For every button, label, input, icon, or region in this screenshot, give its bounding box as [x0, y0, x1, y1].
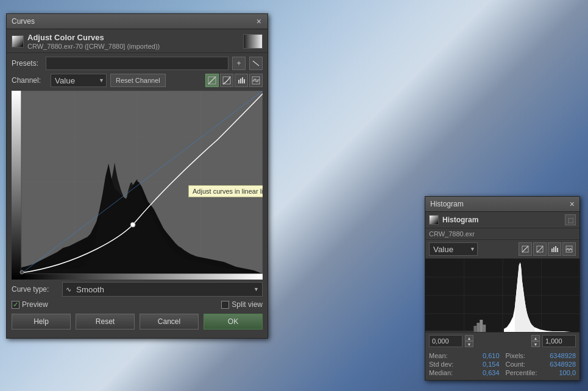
ok-button[interactable]: OK	[204, 314, 263, 329]
channel-select-wrap: Value Red Green Blue Luminosity ▼	[51, 74, 107, 87]
histogram-log-icon	[536, 245, 544, 253]
histogram-canvas	[425, 259, 579, 332]
curve-type-select[interactable]: Smooth Linear Cubic	[62, 282, 263, 297]
curve-type-label: Curve type:	[12, 285, 57, 294]
hist-median-label: Median:	[429, 369, 453, 376]
svg-point-19	[20, 270, 24, 274]
linear-light-button[interactable]	[205, 74, 219, 87]
log-mode-icon	[222, 76, 231, 85]
reset-channel-button[interactable]: Reset Channel	[110, 74, 166, 87]
hist-percentile-label: Percentile:	[506, 369, 537, 376]
presets-select[interactable]	[46, 57, 228, 70]
histogram-header: Histogram ⬚	[425, 212, 579, 228]
curves-layer-subtitle: CRW_7880.exr-70 ([CRW_7880] (imported))	[27, 43, 160, 50]
svg-rect-3	[238, 80, 239, 83]
histogram-channel-select-wrap: Value Red Green Blue ▼	[429, 242, 478, 256]
dialog-buttons: Help Reset Cancel OK	[12, 314, 263, 334]
histogram-min-up[interactable]: ▲	[465, 335, 473, 341]
svg-rect-37	[476, 323, 480, 332]
preview-row: ✓ Preview Split view	[12, 300, 263, 309]
svg-rect-36	[473, 326, 476, 332]
waveform-button[interactable]	[249, 74, 263, 87]
histogram-max-spinner: ▲ ▼	[531, 335, 540, 347]
curves-body: Presets: + Channel: Value Red Green Blue	[7, 53, 267, 338]
histogram-dialog-title: Histogram	[430, 200, 464, 208]
hist-stddev-value: 0,154	[483, 361, 500, 368]
histogram-svg	[425, 259, 579, 332]
hist-count-label: Count:	[506, 361, 525, 368]
presets-delete-button[interactable]	[249, 57, 263, 70]
preview-left: ✓ Preview	[12, 300, 48, 309]
histogram-maximize-button[interactable]: ⬚	[565, 214, 576, 225]
curves-titlebar: Curves ×	[7, 14, 267, 29]
histogram-bars-icon-button[interactable]	[548, 242, 561, 256]
curves-layer-name: Adjust Color Curves	[27, 33, 160, 42]
svg-rect-38	[480, 320, 483, 332]
hist-mean-label: Mean:	[429, 352, 448, 359]
histogram-display-button[interactable]	[235, 74, 248, 87]
hist-mean-value: 0,610	[483, 352, 500, 359]
histogram-bars-icon	[551, 245, 558, 253]
svg-rect-35	[425, 331, 473, 332]
hist-count-value: 6348928	[550, 361, 576, 368]
histogram-max-input[interactable]	[542, 335, 576, 347]
histogram-header-icon	[429, 215, 439, 225]
histogram-close-button[interactable]: ×	[570, 199, 575, 209]
channel-row: Channel: Value Red Green Blue Luminosity…	[12, 74, 263, 87]
svg-rect-24	[553, 247, 554, 252]
hist-stat-count: Count: 6348928	[506, 361, 576, 368]
svg-rect-5	[242, 77, 243, 83]
histogram-max-down[interactable]: ▼	[531, 341, 540, 347]
histogram-linear-icon-button[interactable]	[519, 242, 532, 256]
linear-light-icon	[208, 76, 216, 85]
presets-label: Presets:	[12, 59, 42, 68]
hist-stat-mean: Mean: 0,610	[429, 352, 500, 359]
curve-area[interactable]: Adjust curves in linear light	[12, 91, 263, 280]
presets-delete-icon	[252, 60, 260, 66]
curves-dialog: Curves × Adjust Color Curves CRW_7880.ex…	[6, 13, 268, 339]
histogram-controls: Value Red Green Blue ▼	[425, 240, 579, 259]
hist-stat-stddev: Std dev: 0,154	[429, 361, 500, 368]
log-mode-button[interactable]	[220, 74, 233, 87]
presets-row: Presets: +	[12, 57, 263, 70]
split-view-checkbox[interactable]	[221, 301, 229, 309]
curves-close-button[interactable]: ×	[255, 16, 263, 26]
hist-stddev-label: Std dev:	[429, 361, 453, 368]
svg-rect-23	[551, 248, 553, 252]
hist-median-value: 0,634	[483, 369, 500, 376]
histogram-min-spinner: ▲ ▼	[465, 335, 473, 347]
reset-button[interactable]: Reset	[76, 314, 135, 329]
histogram-linear-icon	[522, 245, 529, 253]
svg-rect-6	[244, 79, 245, 83]
curve-canvas[interactable]: Adjust curves in linear light	[12, 91, 263, 280]
histogram-wave-icon-button[interactable]	[562, 242, 576, 256]
svg-rect-26	[557, 248, 558, 252]
curves-header-text: Adjust Color Curves CRW_7880.exr-70 ([CR…	[27, 33, 160, 50]
svg-rect-25	[555, 246, 556, 252]
presets-add-button[interactable]: +	[232, 57, 246, 70]
help-button[interactable]: Help	[12, 314, 71, 329]
histogram-header-title: Histogram	[442, 216, 478, 224]
preview-check-mark: ✓	[13, 301, 18, 309]
histogram-min-input[interactable]	[429, 335, 462, 347]
cancel-button[interactable]: Cancel	[140, 314, 199, 329]
curve-type-select-wrap: ∿ Smooth Linear Cubic ▼	[62, 282, 263, 297]
hist-percentile-value: 100,0	[559, 369, 576, 376]
curves-dialog-title: Curves	[12, 17, 35, 26]
curve-type-row: Curve type: ∿ Smooth Linear Cubic ▼	[12, 282, 263, 297]
histogram-dialog: Histogram × Histogram ⬚ CRW_7880.exr Val…	[425, 196, 580, 381]
svg-point-18	[130, 222, 135, 227]
svg-rect-39	[483, 325, 486, 332]
histogram-channel-select[interactable]: Value Red Green Blue	[429, 242, 478, 256]
svg-line-1	[208, 77, 216, 84]
histogram-min-down[interactable]: ▼	[465, 341, 473, 347]
histogram-wave-icon	[565, 245, 573, 253]
histogram-input-row: ▲ ▼ ▲ ▼	[425, 332, 579, 350]
split-view-wrap: Split view	[221, 300, 263, 309]
preview-checkbox[interactable]: ✓	[12, 301, 19, 309]
histogram-max-up[interactable]: ▲	[531, 335, 540, 341]
channel-select[interactable]: Value Red Green Blue Luminosity	[51, 74, 107, 87]
histogram-log-icon-button[interactable]	[533, 242, 547, 256]
channel-icons	[205, 74, 263, 87]
histogram-filename: CRW_7880.exr	[425, 228, 579, 240]
